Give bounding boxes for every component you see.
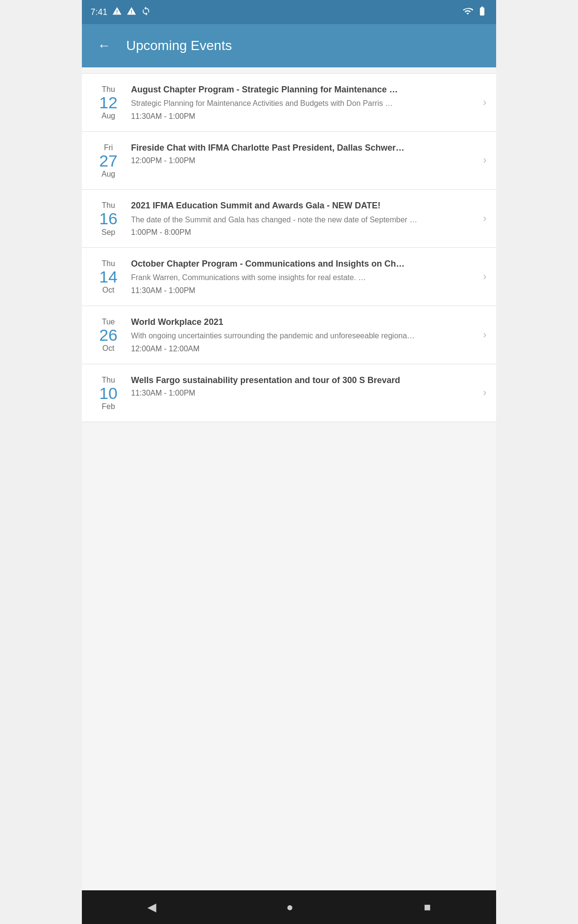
event-day-num: 27 [99, 152, 118, 170]
warning-icon-2 [127, 6, 136, 18]
event-day-name: Tue [102, 318, 115, 326]
battery-icon [477, 6, 487, 18]
event-time: 12:00PM - 1:00PM [131, 156, 472, 165]
back-button[interactable]: ← [93, 34, 115, 57]
event-title: Wells Fargo sustainability presentation … [131, 375, 472, 386]
event-day-name: Thu [102, 85, 115, 94]
sync-icon [141, 6, 151, 18]
event-time: 11:30AM - 1:00PM [131, 112, 472, 121]
nav-home-button[interactable]: ● [272, 896, 308, 919]
status-bar: 7:41 [82, 0, 496, 24]
page-title: Upcoming Events [126, 38, 232, 53]
events-list: Thu 12 Aug August Chapter Program - Stra… [82, 67, 496, 890]
event-item[interactable]: Thu 12 Aug August Chapter Program - Stra… [82, 73, 496, 132]
event-day-num: 14 [99, 268, 118, 286]
event-body: October Chapter Program - Communications… [125, 258, 479, 295]
event-month: Oct [103, 286, 115, 295]
chevron-right-icon: › [479, 317, 486, 353]
app-bar: ← Upcoming Events [82, 24, 496, 67]
event-body: Fireside Chat with IFMA Charlotte Past P… [125, 142, 479, 179]
event-month: Sep [102, 228, 115, 237]
chevron-right-icon: › [479, 258, 486, 295]
event-day-num: 10 [99, 385, 118, 402]
event-title: October Chapter Program - Communications… [131, 258, 472, 270]
chevron-right-icon: › [479, 142, 486, 179]
wifi-icon [462, 6, 473, 18]
event-item[interactable]: Fri 27 Aug Fireside Chat with IFMA Charl… [82, 132, 496, 190]
warning-icon-1 [112, 6, 122, 18]
event-title: World Workplace 2021 [131, 317, 472, 328]
event-body: August Chapter Program - Strategic Plann… [125, 84, 479, 121]
event-day-name: Fri [104, 143, 113, 152]
nav-back-button[interactable]: ◀ [133, 896, 171, 919]
event-day-num: 26 [99, 326, 118, 344]
event-item[interactable]: Thu 10 Feb Wells Fargo sustainability pr… [82, 364, 496, 422]
event-day-name: Thu [102, 259, 115, 268]
event-month: Aug [102, 170, 115, 179]
event-time: 12:00AM - 12:00AM [131, 345, 472, 353]
event-day-name: Thu [102, 201, 115, 210]
event-title: Fireside Chat with IFMA Charlotte Past P… [131, 142, 472, 154]
event-date-col: Thu 12 Aug [92, 84, 125, 121]
event-body: Wells Fargo sustainability presentation … [125, 375, 479, 411]
event-item[interactable]: Tue 26 Oct World Workplace 2021 With ong… [82, 306, 496, 364]
event-time: 11:30AM - 1:00PM [131, 286, 472, 295]
event-month: Oct [103, 344, 115, 353]
event-date-col: Thu 14 Oct [92, 258, 125, 295]
event-body: 2021 IFMA Education Summit and Awards Ga… [125, 200, 479, 237]
event-item[interactable]: Thu 14 Oct October Chapter Program - Com… [82, 248, 496, 306]
event-month: Aug [102, 112, 115, 120]
bottom-nav-bar: ◀ ● ■ [82, 890, 496, 924]
event-date-col: Fri 27 Aug [92, 142, 125, 179]
status-bar-right [462, 6, 487, 18]
event-desc: Frank Warren, Communications with some i… [131, 272, 472, 283]
event-month: Feb [102, 402, 115, 411]
event-desc: Strategic Planning for Maintenance Activ… [131, 98, 472, 109]
event-time: 11:30AM - 1:00PM [131, 389, 472, 398]
nav-recent-button[interactable]: ■ [409, 896, 446, 919]
event-day-name: Thu [102, 376, 115, 385]
event-desc: With ongoing uncertainties surrounding t… [131, 331, 472, 341]
status-time: 7:41 [91, 7, 107, 17]
event-body: World Workplace 2021 With ongoing uncert… [125, 317, 479, 353]
event-title: 2021 IFMA Education Summit and Awards Ga… [131, 200, 472, 211]
event-day-num: 12 [99, 94, 118, 112]
event-time: 1:00PM - 8:00PM [131, 228, 472, 237]
event-date-col: Tue 26 Oct [92, 317, 125, 353]
event-item[interactable]: Thu 16 Sep 2021 IFMA Education Summit an… [82, 190, 496, 248]
event-desc: The date of the Summit and Gala has chan… [131, 215, 472, 225]
chevron-right-icon: › [479, 200, 486, 237]
event-title: August Chapter Program - Strategic Plann… [131, 84, 472, 95]
event-date-col: Thu 16 Sep [92, 200, 125, 237]
event-day-num: 16 [99, 210, 118, 228]
status-bar-left: 7:41 [91, 6, 151, 18]
chevron-right-icon: › [479, 84, 486, 121]
event-date-col: Thu 10 Feb [92, 375, 125, 411]
chevron-right-icon: › [479, 375, 486, 411]
